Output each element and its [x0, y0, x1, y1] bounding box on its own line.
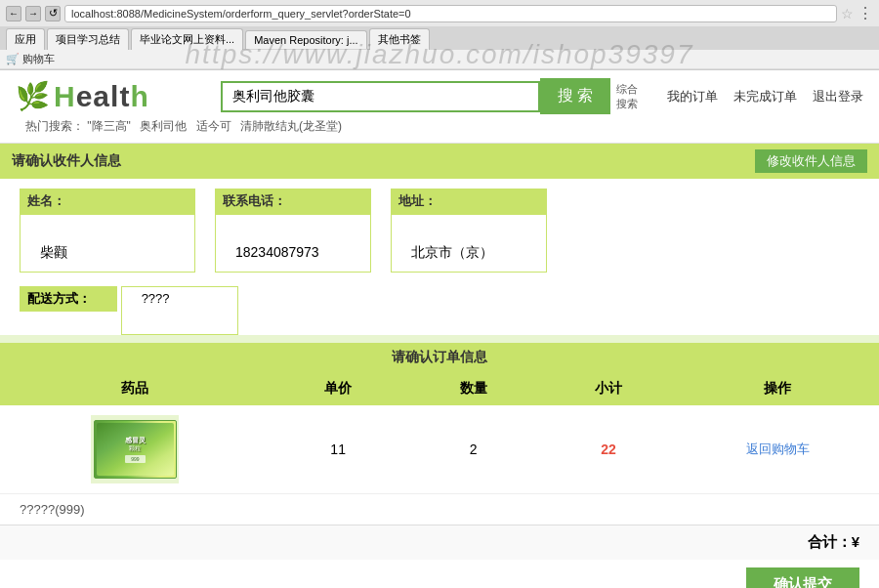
search-options: 综合 搜索 [616, 82, 638, 111]
forward-button[interactable]: → [25, 6, 41, 21]
order-section-bar: 请确认订单信息 [0, 343, 879, 372]
recipient-section-title: 请确认收件人信息 [12, 152, 121, 170]
col-price-header: 单价 [271, 380, 405, 398]
delivery-label: 配送方式： [20, 286, 117, 312]
logo-h2: h [130, 80, 148, 112]
tab-maven[interactable]: Maven Repository: j... [245, 30, 366, 49]
delivery-value: ???? [121, 286, 238, 335]
phone-value: 18234087973 [215, 214, 371, 273]
tab-study[interactable]: 项目学习总结 [47, 28, 129, 50]
price-cell: 11 [271, 441, 405, 457]
hot-link-3[interactable]: 清肺散结丸(龙圣堂) [240, 119, 342, 133]
search-option-search: 搜索 [616, 97, 638, 111]
address-bar[interactable] [64, 5, 837, 22]
bookmarks-bar: 🛒 购物车 [0, 50, 879, 69]
submit-bar: 确认提交 [0, 560, 879, 588]
header-nav: 我的订单 未完成订单 退出登录 [667, 88, 863, 105]
hot-link-2[interactable]: 适今可 [196, 119, 231, 133]
address-value: 北京市（京） [391, 214, 547, 273]
name-label: 姓名： [20, 189, 195, 214]
hot-link-1[interactable]: 奥利司他 [140, 119, 187, 133]
delivery-row: 配送方式： ???? [0, 282, 879, 335]
star-icon[interactable]: ☆ [841, 6, 854, 21]
product-cell: 感冒灵 颗粒 999 [0, 415, 271, 483]
phone-field: 联系电话： 18234087973 [215, 189, 371, 273]
logo-text: Health [54, 80, 149, 113]
hot-search-label: 热门搜索： [25, 119, 84, 133]
recipient-section-bar: 请确认收件人信息 修改收件人信息 [0, 144, 879, 179]
browser-tabs: 应用 项目学习总结 毕业论文网上资料... Maven Repository: … [0, 26, 879, 50]
logo-area: 🌿 Health [16, 80, 211, 113]
search-input[interactable] [221, 81, 540, 112]
name-value: 柴颧 [20, 214, 195, 273]
return-cart-link[interactable]: 返回购物车 [746, 441, 810, 456]
back-button[interactable]: ← [6, 6, 21, 21]
address-field: 地址： 北京市（京） [391, 189, 547, 273]
refresh-button[interactable]: ↺ [45, 6, 61, 21]
tab-thesis[interactable]: 毕业论文网上资料... [131, 28, 243, 50]
phone-label: 联系电话： [215, 189, 371, 214]
logo-icon: 🌿 [16, 80, 50, 112]
cart-bookmark[interactable]: 🛒 购物车 [6, 52, 55, 66]
logo-h: H [54, 80, 76, 112]
extensions-icon[interactable]: ⋮ [858, 4, 873, 22]
stock-info: ?????(999) [0, 494, 879, 525]
medicine-box-visual: 感冒灵 颗粒 999 [94, 420, 177, 479]
logout-link[interactable]: 退出登录 [813, 88, 863, 105]
action-cell: 返回购物车 [676, 441, 879, 458]
order-section-title: 请确认订单信息 [392, 349, 487, 364]
search-option-comprehensive: 综合 [616, 82, 638, 97]
product-image: 感冒灵 颗粒 999 [91, 415, 179, 483]
table-row: 感冒灵 颗粒 999 11 2 22 返回购物车 [0, 405, 879, 494]
col-subtotal-header: 小计 [541, 380, 676, 398]
hot-link-0[interactable]: "降三高" [87, 119, 131, 133]
address-label: 地址： [391, 189, 547, 214]
recipient-area: 姓名： 柴颧 联系电话： 18234087973 地址： 北京市（京） [0, 179, 879, 282]
site-header: 🌿 Health 搜 索 综合 搜索 我的订单 未完成订单 退出登录 热门搜索：… [0, 70, 879, 144]
search-button[interactable]: 搜 索 [540, 78, 610, 114]
divider1 [0, 335, 879, 343]
total-bar: 合计：¥ [0, 525, 879, 560]
browser-nav: ← → ↺ ☆ ⋮ [0, 0, 879, 26]
browser-chrome: ← → ↺ ☆ ⋮ 应用 项目学习总结 毕业论文网上资料... Maven Re… [0, 0, 879, 70]
tab-apps[interactable]: 应用 [6, 28, 45, 50]
name-field: 姓名： 柴颧 [20, 189, 195, 273]
tab-bookmarks[interactable]: 其他书签 [369, 28, 430, 50]
edit-recipient-button[interactable]: 修改收件人信息 [755, 149, 867, 173]
my-orders-link[interactable]: 我的订单 [667, 88, 718, 105]
subtotal-cell: 22 [541, 441, 676, 457]
col-qty-header: 数量 [405, 380, 540, 398]
total-label: 合计：¥ [808, 533, 859, 552]
col-action-header: 操作 [676, 380, 879, 398]
search-area: 搜 索 综合 搜索 [221, 78, 638, 114]
order-table-header: 药品 单价 数量 小计 操作 [0, 372, 879, 405]
submit-button[interactable]: 确认提交 [746, 567, 859, 588]
col-product-header: 药品 [0, 380, 271, 398]
pending-orders-link[interactable]: 未完成订单 [733, 88, 797, 105]
hot-search: 热门搜索： "降三高" 奥利司他 适今可 清肺散结丸(龙圣堂) [16, 118, 863, 135]
recipient-grid: 姓名： 柴颧 联系电话： 18234087973 地址： 北京市（京） [20, 189, 859, 273]
qty-cell: 2 [405, 441, 540, 457]
logo-rest: ealt [76, 80, 131, 112]
